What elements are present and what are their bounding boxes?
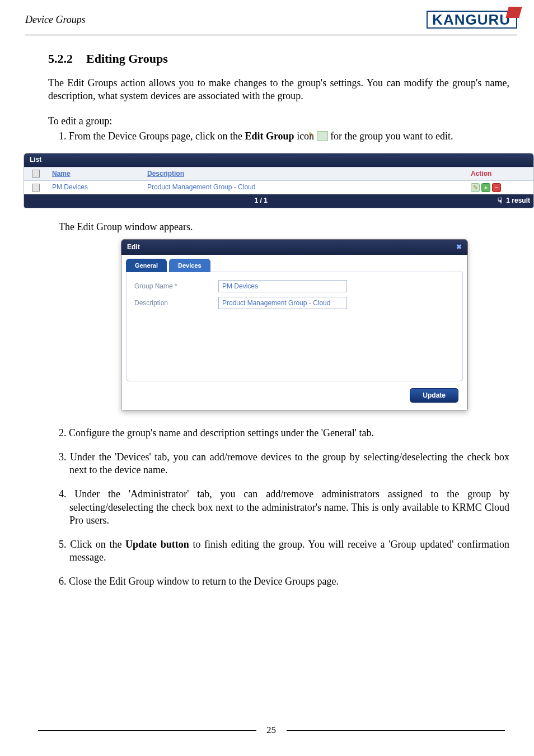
page-header: Device Groups KANGURU: [0, 0, 534, 31]
edit-group-icon: [317, 131, 328, 141]
step1-post: for the group you want to edit.: [328, 130, 453, 142]
intro-paragraph: The Edit Groups action allows you to mak…: [48, 77, 509, 102]
page-footer: 25: [25, 724, 517, 736]
table-row: PM Devices Product Management Group - Cl…: [24, 181, 533, 194]
row-name[interactable]: PM Devices: [48, 181, 143, 194]
tab-general[interactable]: General: [126, 259, 167, 272]
brand-text: KANGURU: [427, 11, 517, 29]
brand-logo: KANGURU: [427, 10, 517, 29]
heading-number: 5.2.2: [48, 52, 73, 66]
section-title: Device Groups: [25, 14, 86, 26]
dialog-footer: Update: [125, 388, 464, 410]
dialog-form: Group Name * Description: [126, 272, 463, 381]
step-1: 1. From the Device Groups page, click on…: [59, 130, 509, 143]
update-button[interactable]: Update: [410, 388, 458, 403]
header-checkbox-col: [24, 167, 48, 180]
delete-icon[interactable]: [492, 183, 501, 192]
label-group-name: Group Name *: [134, 282, 218, 291]
tab-devices[interactable]: Devices: [169, 259, 210, 272]
dialog-tabs: General Devices: [126, 258, 463, 272]
list-screenshot: List Name Description Action PM Devices …: [24, 153, 534, 208]
label-description: Description: [134, 299, 218, 307]
page-body: 5.2.2Editing Groups The Edit Groups acti…: [0, 35, 534, 588]
section-heading: 5.2.2Editing Groups: [48, 51, 509, 67]
row-checkbox-col: [24, 181, 48, 194]
dialog-body: General Devices Group Name * Description…: [121, 255, 467, 410]
step5-pre: 5. Click on the: [59, 539, 125, 550]
edit-dialog: Edit ✖ General Devices Group Name * Desc…: [121, 239, 468, 411]
page-number: 25: [259, 725, 284, 736]
dialog-titlebar: Edit ✖: [121, 240, 467, 255]
row-description: Product Management Group - Cloud: [143, 181, 466, 194]
row-checkbox[interactable]: [32, 184, 40, 192]
step-6: 6. Close the Edit Group window to return…: [59, 575, 509, 588]
step-2: 2. Configure the group's name and descri…: [59, 427, 509, 440]
close-icon[interactable]: ✖: [456, 243, 462, 251]
heading-title: Editing Groups: [86, 52, 168, 66]
step1-bold: Edit Group: [245, 130, 294, 142]
dialog-title-text: Edit: [127, 243, 140, 251]
group-name-input[interactable]: [218, 280, 347, 292]
header-description[interactable]: Description: [143, 167, 466, 180]
step-5: 5. Click on the Update button to finish …: [59, 538, 509, 564]
row-group-name: Group Name *: [134, 280, 455, 292]
description-input[interactable]: [218, 297, 347, 309]
step1-pre: 1. From the Device Groups page, click on…: [59, 130, 245, 142]
cursor-icon: ☟: [498, 196, 503, 206]
step-4: 4. Under the 'Administrator' tab, you ca…: [59, 488, 509, 526]
pager: 1 / 1: [24, 197, 498, 205]
step5-bold: Update button: [125, 539, 189, 550]
list-title-bar: List: [24, 153, 533, 166]
list-header-row: Name Description Action: [24, 167, 533, 181]
brand-flag-icon: [505, 7, 522, 18]
row-description: Description: [134, 297, 455, 309]
header-checkbox[interactable]: [32, 170, 40, 178]
step-3: 3. Under the 'Devices' tab, you can add/…: [59, 451, 509, 477]
result-count: 1 result: [506, 197, 530, 205]
list-footer-row: 1 / 1 ☟ 1 result: [24, 194, 533, 208]
after-list-text: The Edit Group window appears.: [59, 221, 509, 234]
edit-icon[interactable]: [471, 183, 480, 192]
header-action: Action: [466, 167, 533, 180]
header-name[interactable]: Name: [48, 167, 143, 180]
row-actions: [466, 181, 533, 194]
add-icon[interactable]: [481, 183, 490, 192]
lead-in-text: To edit a group:: [48, 115, 509, 128]
